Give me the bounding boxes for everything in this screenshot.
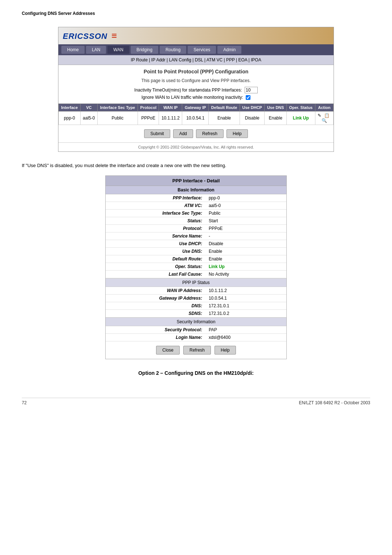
close-button[interactable]: Close bbox=[156, 346, 180, 355]
cell-action: ✎ 📋 🔍 bbox=[315, 112, 333, 125]
value-sec-type: Public bbox=[205, 210, 286, 217]
col-default-route: Default Route bbox=[209, 104, 240, 112]
detail-row-login-name: Login Name: xdsl@6400 bbox=[106, 334, 286, 341]
ppp-ip-status-header: PPP IP Status bbox=[106, 278, 286, 287]
detail-refresh-button[interactable]: Refresh bbox=[183, 346, 211, 355]
basic-info-header: Basic Information bbox=[106, 186, 286, 194]
value-use-dhcp: Disable bbox=[205, 240, 286, 248]
nav-admin[interactable]: Admin bbox=[217, 46, 241, 54]
detail-help-button[interactable]: Help bbox=[215, 346, 236, 355]
value-last-fail: No Activity bbox=[205, 271, 286, 278]
detail-panel: PPP Interface - Detail Basic Information… bbox=[105, 175, 287, 359]
detail-row-service-name: Service Name: - bbox=[106, 232, 286, 240]
col-use-dhcp: Use DHCP bbox=[240, 104, 265, 112]
label-status: Status: bbox=[106, 217, 205, 225]
value-status: Start bbox=[205, 217, 286, 225]
value-protocol: PPPoE bbox=[205, 225, 286, 232]
value-dns: 172.31.0.1 bbox=[205, 302, 286, 310]
router-action-buttons: Submit Add Refresh Help bbox=[58, 125, 334, 142]
detail-row-use-dns: Use DNS: Enable bbox=[106, 248, 286, 255]
label-protocol: Protocol: bbox=[106, 225, 205, 232]
label-atm-vc: ATM VC: bbox=[106, 202, 205, 210]
cell-protocol: PPPoE bbox=[138, 112, 159, 125]
detail-panel-title: PPP Interface - Detail bbox=[106, 176, 286, 186]
sub-nav-text: IP Route | IP Addr | LAN Config | DSL | … bbox=[131, 57, 261, 62]
value-ppp-interface: ppp-0 bbox=[205, 194, 286, 202]
detail-row-sec-type: Interface Sec Type: Public bbox=[106, 210, 286, 217]
inactivity-input[interactable] bbox=[245, 87, 258, 93]
col-oper-status: Oper. Status bbox=[286, 104, 315, 112]
edit-icon[interactable]: ✎ bbox=[318, 113, 321, 118]
col-action: Action bbox=[315, 104, 333, 112]
nav-home[interactable]: Home bbox=[61, 46, 85, 54]
inactivity-label: Inactivity TimeOut(mins) for startøndata… bbox=[134, 88, 242, 93]
detail-row-status: Status: Start bbox=[106, 217, 286, 225]
label-default-route: Default Route: bbox=[106, 255, 205, 263]
col-gateway-ip: Gateway IP bbox=[182, 104, 209, 112]
panel-title: Point to Point Protocol (PPP) Configurat… bbox=[58, 65, 334, 78]
value-security-protocol: PAP bbox=[205, 326, 286, 334]
col-interface: Interface bbox=[59, 104, 81, 112]
detail-row-protocol: Protocol: PPPoE bbox=[106, 225, 286, 232]
label-dns: DNS: bbox=[106, 302, 205, 310]
help-button[interactable]: Help bbox=[226, 129, 248, 138]
value-atm-vc: aal5-0 bbox=[205, 202, 286, 210]
label-wan-ip: WAN IP Address: bbox=[106, 287, 205, 295]
copy-icon[interactable]: 📋 bbox=[324, 113, 330, 118]
col-wan-ip: WAN IP bbox=[159, 104, 182, 112]
ignore-row: Ignore WAN to LAN traffic while monitori… bbox=[58, 95, 334, 100]
value-use-dns: Enable bbox=[205, 248, 286, 255]
refresh-button[interactable]: Refresh bbox=[196, 129, 224, 138]
logo-text: ERICSSON bbox=[63, 32, 107, 41]
col-vc: VC bbox=[80, 104, 97, 112]
label-gateway-ip: Gateway IP Address: bbox=[106, 295, 205, 302]
value-oper-status: Link Up bbox=[205, 263, 286, 271]
ignore-label: Ignore WAN to LAN traffic while monitori… bbox=[142, 95, 243, 100]
label-sec-type: Interface Sec Type: bbox=[106, 210, 205, 217]
detail-row-use-dhcp: Use DHCP: Disable bbox=[106, 240, 286, 248]
option-heading: Option 2 – Configuring DNS on the HM210d… bbox=[22, 370, 370, 376]
ppp-table: Interface VC Interface Sec Type Protocol… bbox=[58, 104, 334, 125]
panel-subtitle: This page is used to Configure and View … bbox=[58, 78, 334, 83]
label-service-name: Service Name: bbox=[106, 232, 205, 240]
nav-routing[interactable]: Routing bbox=[160, 46, 186, 54]
nav-bridging[interactable]: Bridging bbox=[131, 46, 158, 54]
label-oper-status: Oper. Status: bbox=[106, 263, 205, 271]
detail-row-default-route: Default Route: Enable bbox=[106, 255, 286, 263]
search-icon[interactable]: 🔍 bbox=[322, 118, 327, 123]
label-login-name: Login Name: bbox=[106, 334, 205, 341]
label-use-dns: Use DNS: bbox=[106, 248, 205, 255]
ip-status-table: WAN IP Address: 10.1.11.2 Gateway IP Add… bbox=[106, 287, 286, 317]
label-ppp-interface: PPP Interface: bbox=[106, 194, 205, 202]
inactivity-row: Inactivity TimeOut(mins) for startøndata… bbox=[58, 87, 334, 93]
panel-footer: Copyright © 2001-2002 Globespan/Virata, … bbox=[58, 142, 334, 151]
label-use-dhcp: Use DHCP: bbox=[106, 240, 205, 248]
detail-row-atm-vc: ATM VC: aal5-0 bbox=[106, 202, 286, 210]
detail-row-ppp-interface: PPP Interface: ppp-0 bbox=[106, 194, 286, 202]
value-wan-ip: 10.1.11.2 bbox=[205, 287, 286, 295]
detail-row-last-fail: Last Fail Cause: No Activity bbox=[106, 271, 286, 278]
router-panel: ERICSSON ≡ Home LAN WAN Bridging Routing… bbox=[58, 27, 334, 152]
value-default-route: Enable bbox=[205, 255, 286, 263]
footer-doc-info: EN/LZT 108 6492 R2 - October 2003 bbox=[299, 400, 370, 405]
col-protocol: Protocol bbox=[138, 104, 159, 112]
detail-row-security-protocol: Security Protocol: PAP bbox=[106, 326, 286, 334]
nav-bar: Home LAN WAN Bridging Routing Services A… bbox=[58, 44, 334, 55]
security-info-header: Security Information bbox=[106, 317, 286, 326]
sub-nav: IP Route | IP Addr | LAN Config | DSL | … bbox=[58, 55, 334, 65]
submit-button[interactable]: Submit bbox=[144, 129, 170, 138]
nav-wan[interactable]: WAN bbox=[107, 46, 129, 54]
nav-lan[interactable]: LAN bbox=[86, 46, 106, 54]
add-button[interactable]: Add bbox=[173, 129, 193, 138]
label-sdns: SDNS: bbox=[106, 310, 205, 317]
table-row: ppp-0 aal5-0 Public PPPoE 10.1.11.2 10.0… bbox=[59, 112, 334, 125]
detail-row-gateway-ip: Gateway IP Address: 10.0.54.1 bbox=[106, 295, 286, 302]
page-footer: 72 EN/LZT 108 6492 R2 - October 2003 bbox=[22, 398, 370, 405]
cell-gateway-ip: 10.0.54.1 bbox=[182, 112, 209, 125]
value-service-name: - bbox=[205, 232, 286, 240]
cell-interface: ppp-0 bbox=[59, 112, 81, 125]
ignore-checkbox[interactable] bbox=[246, 95, 250, 100]
detail-buttons: Close Refresh Help bbox=[106, 341, 286, 359]
footer-page-number: 72 bbox=[22, 400, 26, 405]
nav-services[interactable]: Services bbox=[188, 46, 216, 54]
